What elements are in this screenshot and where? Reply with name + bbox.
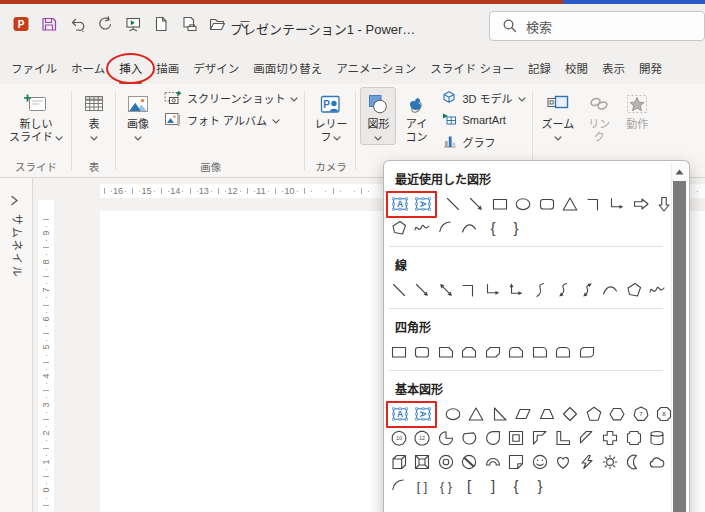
zoom-button[interactable]: ズーム — [537, 87, 580, 145]
shape-cross[interactable] — [599, 427, 623, 450]
shape-textbox-vertical[interactable]: A — [412, 403, 436, 426]
scroll-up-icon[interactable] — [672, 163, 687, 180]
shape-diamond[interactable] — [559, 403, 583, 426]
shape-oval[interactable] — [441, 403, 465, 426]
shape-curve[interactable] — [599, 279, 623, 302]
tab-ホーム[interactable]: ホーム — [64, 52, 112, 84]
powerpoint-logo-icon[interactable]: P — [10, 11, 31, 37]
shape-line-arrow[interactable] — [465, 193, 489, 216]
shape-snip-round-single-corner[interactable] — [505, 341, 529, 364]
chart-button[interactable]: グラフ — [437, 131, 529, 153]
smartart-button[interactable]: SmartArt — [437, 109, 529, 131]
shape-moon[interactable] — [622, 451, 646, 474]
tab-表示[interactable]: 表示 — [595, 52, 632, 84]
shape-arc[interactable] — [434, 217, 458, 240]
shape-textbox-vertical[interactable]: A — [412, 193, 436, 216]
shape-curved-connector[interactable] — [528, 279, 552, 302]
shape-elbow-arrow-connector[interactable] — [481, 279, 505, 302]
shape-elbow-arrow-connector[interactable] — [606, 193, 630, 216]
shape-round-diagonal-corners[interactable] — [575, 341, 599, 364]
shape-line-double-arrow[interactable] — [434, 279, 458, 302]
shape-pentagon[interactable] — [582, 403, 606, 426]
tab-描画[interactable]: 描画 — [149, 52, 186, 84]
thumbnail-pane-collapsed[interactable]: サムネイル — [0, 178, 33, 512]
shape-cube[interactable] — [387, 451, 411, 474]
start-slideshow-icon[interactable] — [122, 11, 143, 37]
shape-dodecagon[interactable]: 12 — [411, 427, 435, 450]
menu-scrollbar[interactable] — [671, 163, 687, 512]
shape-textbox-horizontal[interactable]: A — [388, 403, 412, 426]
shape-brace-left[interactable]: { — [481, 217, 505, 240]
shape-brace-right[interactable]: } — [528, 475, 552, 498]
open-folder-icon[interactable] — [206, 11, 227, 37]
tab-デザイン[interactable]: デザイン — [186, 52, 246, 84]
save-icon[interactable] — [38, 11, 59, 37]
shape-decagon[interactable]: 10 — [387, 427, 411, 450]
tab-校閲[interactable]: 校閲 — [558, 52, 595, 84]
shape-heart[interactable] — [552, 451, 576, 474]
photo-album-button[interactable]: フォト アルバム — [159, 109, 302, 131]
shape-double-bracket[interactable]: [ ] — [411, 475, 435, 498]
relief-button[interactable]: Pレリーフ — [309, 87, 352, 145]
shapes-button[interactable]: 図形 — [360, 87, 396, 145]
shape-snip-same-side-corners[interactable] — [458, 341, 482, 364]
shape-round-single-corner[interactable] — [528, 341, 552, 364]
search-box[interactable]: 検索 — [489, 11, 705, 41]
new-slide-button[interactable]: 新しいスライド — [4, 87, 68, 145]
shape-line-arrow[interactable] — [411, 279, 435, 302]
shape-can[interactable] — [646, 427, 670, 450]
shape-isosceles-triangle[interactable] — [559, 193, 583, 216]
shape-block-arc[interactable] — [481, 451, 505, 474]
shape-scribble[interactable] — [646, 279, 670, 302]
shape-textbox-horizontal[interactable]: A — [388, 193, 412, 216]
shape-scribble[interactable] — [411, 217, 435, 240]
shape-heptagon[interactable]: 7 — [629, 403, 653, 426]
new-file-icon[interactable] — [150, 11, 171, 37]
3d-model-button[interactable]: 3D モデル — [437, 87, 529, 109]
undo-icon[interactable] — [66, 11, 87, 37]
icons-button[interactable]: アイコン — [398, 87, 434, 145]
tab-挿入[interactable]: 挿入 — [112, 52, 149, 84]
shape-elbow-double-arrow-connector[interactable] — [505, 279, 529, 302]
shape-line[interactable] — [387, 279, 411, 302]
shape-cloud[interactable] — [646, 451, 670, 474]
shape-teardrop[interactable] — [481, 427, 505, 450]
shape-rounded-rectangle[interactable] — [535, 193, 559, 216]
tab-スライド ショー[interactable]: スライド ショー — [423, 52, 521, 84]
shape-sun[interactable] — [599, 451, 623, 474]
shape-smiley[interactable] — [528, 451, 552, 474]
shape-folded-corner[interactable] — [505, 451, 529, 474]
shape-curved-arrow-connector[interactable] — [552, 279, 576, 302]
shape-right-triangle[interactable] — [488, 403, 512, 426]
shape-elbow-connector[interactable] — [582, 193, 606, 216]
shape-frame[interactable] — [505, 427, 529, 450]
shape-snip-single-corner[interactable] — [434, 341, 458, 364]
shape-pie[interactable] — [434, 427, 458, 450]
shape-arrow-down[interactable] — [653, 193, 672, 216]
shape-brace-right[interactable]: } — [505, 217, 529, 240]
shape-lightning[interactable] — [575, 451, 599, 474]
tab-画面切り替え[interactable]: 画面切り替え — [246, 52, 329, 84]
shape-bevel[interactable] — [411, 451, 435, 474]
expand-thumbnails-icon[interactable] — [10, 192, 19, 210]
tab-ファイル[interactable]: ファイル — [4, 52, 64, 84]
shape-donut[interactable] — [434, 451, 458, 474]
shape-snip-diagonal-corners[interactable] — [481, 341, 505, 364]
shape-arrow-right[interactable] — [629, 193, 653, 216]
shape-plaque[interactable] — [622, 427, 646, 450]
shape-chord[interactable] — [458, 427, 482, 450]
shape-parallelogram[interactable] — [512, 403, 536, 426]
shape-bracket-left[interactable]: [ — [458, 475, 482, 498]
shape-rectangle[interactable] — [488, 193, 512, 216]
shape-curved-double-arrow-connector[interactable] — [575, 279, 599, 302]
shape-curve[interactable] — [458, 217, 482, 240]
shape-brace-left[interactable]: { — [505, 475, 529, 498]
tab-アニメーション[interactable]: アニメーション — [329, 52, 423, 84]
shape-elbow-connector[interactable] — [458, 279, 482, 302]
shape-rectangle[interactable] — [387, 341, 411, 364]
shape-rounded-rectangle[interactable] — [411, 341, 435, 364]
shape-arc[interactable] — [387, 475, 411, 498]
screenshot-button[interactable]: スクリーンショット — [159, 87, 302, 109]
shape-freeform[interactable] — [387, 217, 411, 240]
print-preview-icon[interactable] — [178, 11, 199, 37]
